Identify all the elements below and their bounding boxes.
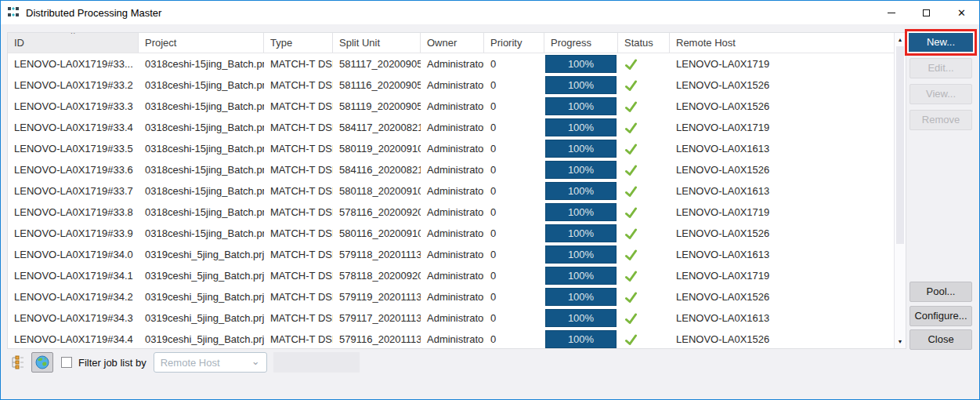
cell-priority: 0 [484,180,544,202]
cell-id: LENOVO-LA0X1719#33... [8,53,139,75]
scrollbar-thumb[interactable] [896,46,904,244]
cell-id: LENOVO-LA0X1719#34.4 [8,329,139,348]
cell-project: 0318ceshi-15jing_Batch.prj [139,138,264,159]
cell-type: MATCH-T DSM [264,75,333,96]
column-header-priority[interactable]: Priority [484,33,544,53]
cell-priority: 0 [484,202,544,223]
cell-status [618,96,670,117]
cell-progress: 100% [544,180,618,202]
check-icon [624,59,638,71]
progress-bar: 100% [545,118,617,136]
cell-progress: 100% [544,265,618,286]
cell-owner: Administrator [421,75,484,96]
close-button[interactable]: ✕ [944,1,979,24]
dialog-body: ID^ProjectTypeSplit UnitOwnerPriorityPro… [1,24,979,399]
cell-remote_host: LENOVO-LA0X1526 [670,329,894,348]
cell-owner: Administrator [421,138,484,159]
column-header-type[interactable]: Type [264,33,333,53]
scroll-up-arrow[interactable]: ▲ [895,34,906,45]
cell-owner: Administrator [421,202,484,223]
cell-type: MATCH-T DSM [264,329,333,348]
column-header-owner[interactable]: Owner [421,33,484,53]
cell-progress: 100% [544,159,618,180]
filter-checkbox[interactable] [61,357,72,368]
cell-type: MATCH-T DSM [264,223,333,244]
column-header-split_unit[interactable]: Split Unit [333,33,421,53]
cell-remote_host: LENOVO-LA0X1526 [670,96,894,117]
table-vertical-scrollbar[interactable]: ▲ ▼ [894,33,906,348]
dropdown-selected-value: Remote Host [161,357,251,369]
cell-type: MATCH-T DSM [264,96,333,117]
progress-bar: 100% [545,55,617,73]
cell-type: MATCH-T DSM [264,159,333,180]
table-row[interactable]: LENOVO-LA0X1719#33.50318ceshi-15jing_Bat… [8,138,894,159]
table-row[interactable]: LENOVO-LA0X1719#34.40319ceshi_5jing_Batc… [8,329,894,348]
table-row[interactable]: LENOVO-LA0X1719#33...0318ceshi-15jing_Ba… [8,53,894,75]
cell-priority: 0 [484,96,544,117]
app-icon [7,6,20,19]
check-icon [624,249,638,261]
cell-progress: 100% [544,286,618,307]
column-header-status[interactable]: Status [618,33,670,53]
column-header-id[interactable]: ID^ [8,33,139,53]
table-row[interactable]: LENOVO-LA0X1719#33.70318ceshi-15jing_Bat… [8,180,894,202]
cell-id: LENOVO-LA0X1719#33.7 [8,180,139,202]
cell-project: 0319ceshi_5jing_Batch.prj [139,265,264,286]
table-row[interactable]: LENOVO-LA0X1719#34.00319ceshi_5jing_Batc… [8,244,894,265]
maximize-button[interactable] [909,1,944,24]
table-row[interactable]: LENOVO-LA0X1719#33.60318ceshi-15jing_Bat… [8,159,894,180]
cell-type: MATCH-T DSM [264,265,333,286]
window-title: Distributed Processing Master [26,7,161,19]
titlebar: Distributed Processing Master ✕ [1,1,979,24]
cell-split_unit: 579117_20201113 [333,307,421,329]
table-row[interactable]: LENOVO-LA0X1719#33.40318ceshi-15jing_Bat… [8,117,894,138]
column-label: Project [145,37,176,49]
cell-progress: 100% [544,75,618,96]
new-button[interactable]: New... [909,33,973,52]
cell-type: MATCH-T DSM [264,307,333,329]
check-icon [624,207,638,219]
cell-split_unit: 578118_20200920 [333,265,421,286]
filter-field-dropdown[interactable]: Remote Host ⌄ [154,352,267,373]
check-icon [624,165,638,176]
cell-type: MATCH-T DSM [264,53,333,75]
table-row[interactable]: LENOVO-LA0X1719#33.90318ceshi-15jing_Bat… [8,223,894,244]
column-label: Status [624,37,653,49]
cell-split_unit: 581117_20200905 [333,53,421,75]
cell-split_unit: 579116_20201113 [333,329,421,348]
cell-status [618,180,670,202]
cell-owner: Administrator [421,159,484,180]
job-tree-icon[interactable] [10,355,24,369]
network-globe-button[interactable] [31,352,53,373]
column-header-project[interactable]: Project [139,33,264,53]
minimize-button[interactable] [873,1,909,24]
configure-button[interactable]: Configure... [909,306,972,326]
cell-id: LENOVO-LA0X1719#33.9 [8,223,139,244]
progress-bar: 100% [545,330,617,348]
table-row[interactable]: LENOVO-LA0X1719#34.10319ceshi_5jing_Batc… [8,265,894,286]
table-row[interactable]: LENOVO-LA0X1719#33.20318ceshi-15jing_Bat… [8,75,894,96]
view-button: View... [909,84,972,104]
table-row[interactable]: LENOVO-LA0X1719#33.30318ceshi-15jing_Bat… [8,96,894,117]
cell-remote_host: LENOVO-LA0X1526 [670,286,894,307]
cell-project: 0318ceshi-15jing_Batch.prj [139,53,264,75]
table-row[interactable]: LENOVO-LA0X1719#34.20319ceshi_5jing_Batc… [8,286,894,307]
column-header-progress[interactable]: Progress [544,33,618,53]
table-row[interactable]: LENOVO-LA0X1719#33.80318ceshi-15jing_Bat… [8,202,894,223]
check-icon [624,313,638,325]
filter-label: Filter job list by [78,357,146,369]
scroll-down-arrow[interactable]: ▼ [895,336,906,347]
cell-priority: 0 [484,286,544,307]
column-label: Type [270,37,292,49]
cell-remote_host: LENOVO-LA0X1719 [670,53,894,75]
table-row[interactable]: LENOVO-LA0X1719#34.30319ceshi_5jing_Batc… [8,307,894,329]
check-icon [624,80,638,92]
close-dialog-button[interactable]: Close [909,329,972,350]
cell-split_unit: 581119_20200905 [333,96,421,117]
maximize-icon [923,9,930,16]
column-label: Progress [551,37,591,49]
pool-button[interactable]: Pool... [909,282,972,302]
column-header-remote_host[interactable]: Remote Host [670,33,894,53]
column-label: Priority [490,37,522,49]
cell-remote_host: LENOVO-LA0X1719 [670,202,894,223]
